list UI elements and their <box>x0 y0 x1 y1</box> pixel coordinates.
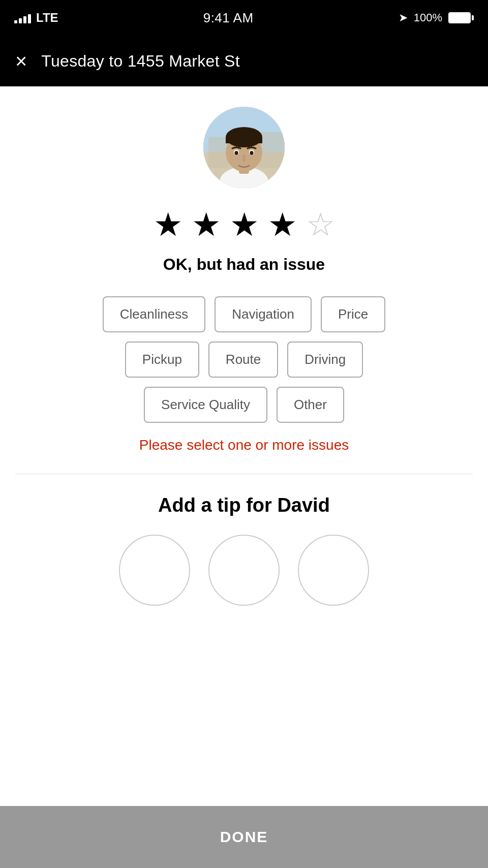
tags-row-3: Service Quality Other <box>144 387 344 423</box>
svg-point-12 <box>250 151 254 155</box>
star-1[interactable]: ★ <box>154 208 182 241</box>
time-label: 9:41 AM <box>203 10 254 26</box>
star-5[interactable]: ☆ <box>306 208 335 241</box>
main-content: ★ ★ ★ ★ ☆ OK, but had an issue Cleanline… <box>0 86 488 806</box>
svg-point-11 <box>235 151 238 155</box>
header: × Tuesday to 1455 Market St <box>0 36 488 86</box>
status-left: LTE <box>14 11 58 25</box>
status-bar: LTE 9:41 AM ➤ 100% <box>0 0 488 36</box>
tip-options <box>119 535 369 606</box>
tags-container: Cleanliness Navigation Price Pickup Rout… <box>51 296 437 423</box>
tip-option-1[interactable] <box>119 535 190 606</box>
close-button[interactable]: × <box>15 51 27 71</box>
tag-driving[interactable]: Driving <box>287 342 363 378</box>
battery-percent: 100% <box>414 11 442 24</box>
location-icon: ➤ <box>399 11 408 24</box>
tag-route[interactable]: Route <box>208 342 278 378</box>
svg-rect-3 <box>259 132 285 168</box>
tip-section: Add a tip for David <box>15 494 473 636</box>
rating-label: OK, but had an issue <box>163 255 325 274</box>
tag-price[interactable]: Price <box>321 296 385 332</box>
svg-rect-8 <box>226 137 262 143</box>
tip-option-3[interactable] <box>298 535 369 606</box>
star-3[interactable]: ★ <box>230 208 259 241</box>
tags-row-2: Pickup Route Driving <box>125 342 363 378</box>
tags-row-1: Cleanliness Navigation Price <box>103 296 386 332</box>
done-button-container: DONE <box>0 806 488 868</box>
tag-navigation[interactable]: Navigation <box>215 296 312 332</box>
section-divider <box>15 474 473 474</box>
tag-service-quality[interactable]: Service Quality <box>144 387 267 423</box>
avatar <box>203 107 285 188</box>
stars-row: ★ ★ ★ ★ ☆ <box>154 208 335 241</box>
tag-other[interactable]: Other <box>277 387 344 423</box>
done-button[interactable]: DONE <box>0 814 488 860</box>
star-2[interactable]: ★ <box>192 208 221 241</box>
battery-icon <box>448 12 474 23</box>
tag-cleanliness[interactable]: Cleanliness <box>103 296 205 332</box>
status-right: ➤ 100% <box>399 11 474 24</box>
tag-pickup[interactable]: Pickup <box>125 342 199 378</box>
carrier-label: LTE <box>36 11 58 25</box>
header-title: Tuesday to 1455 Market St <box>41 52 240 71</box>
signal-icon <box>14 12 31 23</box>
tip-title: Add a tip for David <box>158 494 330 516</box>
star-4[interactable]: ★ <box>268 208 297 241</box>
tip-option-2[interactable] <box>208 535 280 606</box>
error-message: Please select one or more issues <box>139 437 349 453</box>
